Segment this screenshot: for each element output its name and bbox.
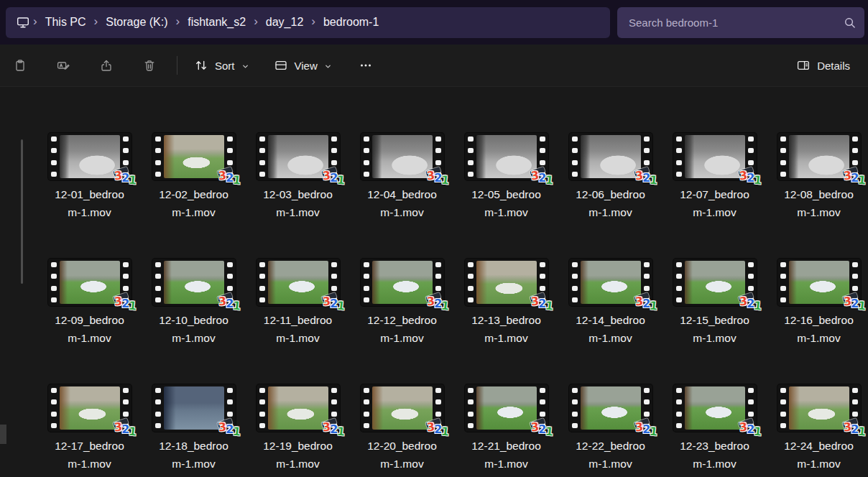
search-icon[interactable] bbox=[844, 17, 856, 29]
video-thumbnail: 321 bbox=[152, 384, 236, 432]
file-item[interactable]: 321 12-05_bedroom-1.mov bbox=[454, 133, 558, 221]
video-thumbnail: 321 bbox=[465, 133, 548, 180]
file-item[interactable]: 321 12-11_bedroom-1.mov bbox=[246, 259, 350, 347]
this-pc-icon[interactable] bbox=[16, 15, 30, 29]
file-item[interactable]: 321 12-03_bedroom-1.mov bbox=[246, 133, 350, 221]
rename-button[interactable] bbox=[47, 51, 79, 80]
file-name: 12-06_bedroom-1.mov bbox=[574, 185, 647, 221]
file-item[interactable]: 321 12-04_bedroom-1.mov bbox=[350, 133, 454, 221]
file-item[interactable]: 321 12-12_bedroom-1.mov bbox=[350, 259, 454, 347]
file-name: 12-17_bedroom-1.mov bbox=[53, 437, 126, 473]
filmstrip-holes-left bbox=[468, 388, 474, 428]
filmstrip-holes-left bbox=[572, 136, 578, 177]
sort-button[interactable]: Sort bbox=[186, 51, 257, 80]
video-thumbnail: 321 bbox=[257, 133, 340, 180]
file-item[interactable]: 321 12-01_bedroom-1.mov bbox=[37, 133, 142, 221]
media-player-321-icon: 321 bbox=[739, 172, 761, 184]
file-item[interactable]: 321 12-18_bedroom-1.mov bbox=[142, 384, 246, 473]
breadcrumb-chevron-icon: › bbox=[175, 14, 182, 29]
details-button[interactable]: Details bbox=[788, 51, 858, 80]
sort-icon bbox=[194, 58, 208, 73]
view-button[interactable]: View bbox=[266, 51, 340, 80]
search-input[interactable] bbox=[627, 16, 838, 29]
thumbnail-image bbox=[789, 135, 849, 178]
file-item[interactable]: 321 12-24_bedroom-1.mov bbox=[767, 384, 868, 473]
thumbnail-image bbox=[164, 261, 224, 304]
file-item[interactable]: 321 12-10_bedroom-1.mov bbox=[142, 259, 246, 347]
file-item[interactable]: 321 12-19_bedroom-1.mov bbox=[246, 384, 350, 473]
breadcrumb-item[interactable]: bedroom-1 bbox=[317, 12, 385, 32]
video-thumbnail: 321 bbox=[257, 259, 340, 306]
nav-pane-scrollbar[interactable] bbox=[21, 139, 23, 284]
media-player-321-icon: 321 bbox=[427, 172, 448, 184]
breadcrumb-item[interactable]: This PC bbox=[39, 12, 93, 32]
media-player-321-icon: 321 bbox=[323, 298, 344, 310]
file-name: 12-14_bedroom-1.mov bbox=[574, 311, 647, 347]
ellipsis-icon bbox=[359, 59, 372, 72]
file-item[interactable]: 321 12-02_bedroom-1.mov bbox=[142, 133, 246, 221]
breadcrumb-item[interactable]: day_12 bbox=[259, 12, 310, 32]
folder-content: 321 12-01_bedroom-1.mov 321 12-02_bedroo… bbox=[0, 133, 868, 477]
thumbnail-image bbox=[581, 386, 641, 430]
left-edge-indicator bbox=[0, 425, 6, 444]
thumbnail-image bbox=[789, 386, 849, 430]
filmstrip-holes-left bbox=[155, 388, 161, 428]
toolbar-divider bbox=[177, 56, 177, 75]
video-thumbnail: 321 bbox=[465, 259, 548, 306]
file-item[interactable]: 321 12-14_bedroom-1.mov bbox=[558, 259, 662, 347]
more-options-button[interactable] bbox=[351, 51, 380, 80]
filmstrip-holes-left bbox=[780, 262, 786, 302]
file-name: 12-23_bedroom-1.mov bbox=[678, 437, 752, 473]
file-item[interactable]: 321 12-22_bedroom-1.mov bbox=[558, 384, 662, 473]
filmstrip-holes-left bbox=[364, 388, 369, 428]
thumbnail-image bbox=[685, 261, 745, 304]
media-player-321-icon: 321 bbox=[531, 424, 553, 435]
filmstrip-holes-left bbox=[468, 136, 474, 177]
file-item[interactable]: 321 12-20_bedroom-1.mov bbox=[350, 384, 454, 473]
file-name: 12-12_bedroom-1.mov bbox=[366, 311, 439, 347]
file-item[interactable]: 321 12-16_bedroom-1.mov bbox=[767, 259, 868, 347]
file-item[interactable]: 321 12-13_bedroom-1.mov bbox=[454, 259, 558, 347]
media-player-321-icon: 321 bbox=[114, 298, 136, 310]
share-button[interactable] bbox=[91, 51, 122, 80]
thumbnail-image bbox=[685, 135, 745, 178]
media-player-321-icon: 321 bbox=[427, 424, 448, 435]
media-player-321-icon: 321 bbox=[844, 172, 865, 184]
media-player-321-icon: 321 bbox=[531, 172, 553, 184]
file-name: 12-04_bedroom-1.mov bbox=[366, 185, 439, 221]
filmstrip-holes-left bbox=[259, 136, 265, 177]
filmstrip-holes-left bbox=[676, 262, 682, 302]
video-thumbnail: 321 bbox=[152, 259, 236, 306]
video-thumbnail: 321 bbox=[48, 259, 131, 306]
paste-button[interactable] bbox=[4, 51, 36, 80]
thumbnail-image bbox=[789, 261, 849, 304]
file-item[interactable]: 321 12-09_bedroom-1.mov bbox=[37, 259, 142, 347]
search-box bbox=[617, 7, 864, 38]
thumbnail-image bbox=[268, 261, 328, 304]
filmstrip-holes-left bbox=[468, 262, 474, 302]
file-grid: 321 12-01_bedroom-1.mov 321 12-02_bedroo… bbox=[37, 133, 868, 473]
video-thumbnail: 321 bbox=[569, 259, 652, 306]
file-item[interactable]: 321 12-08_bedroom-1.mov bbox=[767, 133, 868, 221]
media-player-321-icon: 321 bbox=[218, 424, 240, 435]
media-player-321-icon: 321 bbox=[844, 424, 865, 435]
delete-button[interactable] bbox=[134, 51, 165, 80]
file-item[interactable]: 321 12-15_bedroom-1.mov bbox=[662, 259, 767, 347]
video-thumbnail: 321 bbox=[361, 384, 444, 432]
filmstrip-holes-left bbox=[259, 262, 265, 302]
file-item[interactable]: 321 12-07_bedroom-1.mov bbox=[662, 133, 767, 221]
breadcrumb-item[interactable]: Storage (K:) bbox=[99, 12, 174, 32]
breadcrumb-item[interactable]: fishtank_s2 bbox=[181, 12, 252, 32]
chevron-down-icon bbox=[324, 62, 332, 70]
file-explorer-window: ›This PC›Storage (K:)›fishtank_s2›day_12… bbox=[0, 0, 868, 477]
file-item[interactable]: 321 12-21_bedroom-1.mov bbox=[454, 384, 558, 473]
file-item[interactable]: 321 12-17_bedroom-1.mov bbox=[37, 384, 142, 473]
file-name: 12-20_bedroom-1.mov bbox=[366, 437, 439, 473]
file-item[interactable]: 321 12-06_bedroom-1.mov bbox=[558, 133, 662, 221]
thumbnail-image bbox=[164, 135, 224, 178]
breadcrumb-chevron-icon: › bbox=[310, 14, 317, 29]
thumbnail-image bbox=[372, 386, 433, 430]
file-item[interactable]: 321 12-23_bedroom-1.mov bbox=[662, 384, 767, 473]
media-player-321-icon: 321 bbox=[218, 298, 240, 310]
details-pane-icon bbox=[796, 58, 811, 73]
